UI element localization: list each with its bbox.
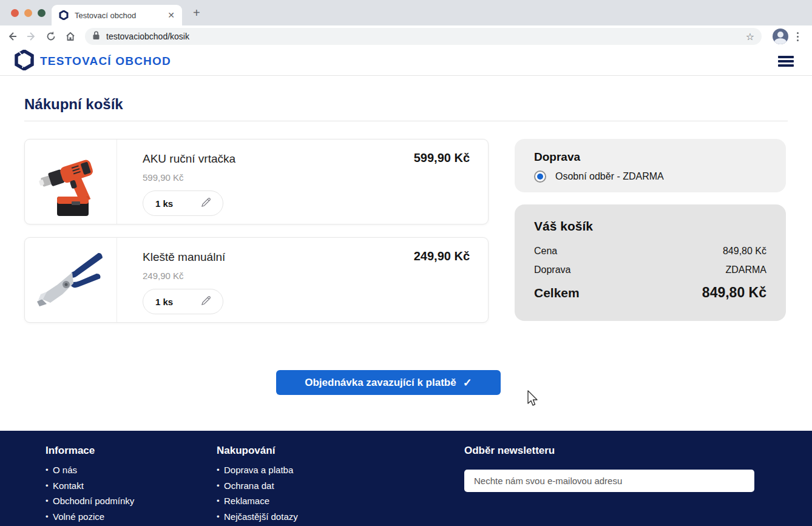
browser-tab[interactable]: Testovací obchod ✕ xyxy=(52,5,182,25)
newsletter-email-input[interactable] xyxy=(464,470,754,492)
close-tab-icon[interactable]: ✕ xyxy=(167,10,175,20)
shipping-option[interactable]: Osobní odběr - ZDARMA xyxy=(534,170,766,183)
summary-title: Váš košík xyxy=(534,219,766,234)
footer-link[interactable]: Reklamace xyxy=(217,493,344,509)
site-favicon-icon xyxy=(59,10,69,20)
mouse-cursor xyxy=(527,390,540,411)
home-icon[interactable] xyxy=(61,27,80,46)
quantity-editor[interactable]: 1 ks xyxy=(143,191,223,216)
back-icon[interactable] xyxy=(2,27,22,46)
order-button-label: Objednávka zavazující k platbě xyxy=(305,377,456,389)
site-header: TESTOVACÍ OBCHOD xyxy=(0,47,812,76)
footer-link[interactable]: O nás xyxy=(46,462,217,478)
shipping-box: Doprava Osobní odběr - ZDARMA xyxy=(515,139,786,192)
drill-product-image xyxy=(25,140,117,224)
minimize-window-button[interactable] xyxy=(24,9,32,17)
reload-icon[interactable] xyxy=(41,27,61,46)
summary-row-shipping: Doprava ZDARMA xyxy=(534,265,766,275)
bookmark-star-icon[interactable]: ☆ xyxy=(746,31,754,42)
summary-value: 849,80 Kč xyxy=(723,246,766,257)
radio-selected-icon[interactable] xyxy=(534,170,546,183)
summary-label: Doprava xyxy=(534,265,570,275)
menu-hamburger-icon[interactable] xyxy=(778,56,797,67)
window-controls[interactable] xyxy=(11,9,46,17)
pliers-product-image xyxy=(25,238,117,322)
footer-link[interactable]: Nejčastější dotazy xyxy=(217,509,344,525)
footer-newsletter: Odběr newsletteru xyxy=(464,445,754,526)
page: Testovací obchod ✕ + testovaciobchod/kos… xyxy=(0,0,812,526)
item-unit-price: 249,90 Kč xyxy=(143,271,470,281)
order-submit-button[interactable]: Objednávka zavazující k platbě ✓ xyxy=(276,370,501,395)
newsletter-title: Odběr newsletteru xyxy=(464,445,754,457)
item-unit-price: 599,90 Kč xyxy=(143,172,470,183)
quantity-value: 1 ks xyxy=(155,198,173,209)
page-title: Nákupní košík xyxy=(24,76,788,113)
shipping-option-label[interactable]: Osobní odběr - ZDARMA xyxy=(555,171,664,182)
item-total-price: 599,90 Kč xyxy=(414,151,470,165)
new-tab-button[interactable]: + xyxy=(193,6,200,20)
footer-link[interactable]: Obchodní podmínky xyxy=(46,493,217,509)
quantity-value: 1 ks xyxy=(155,297,173,307)
browser-toolbar: testovaciobchod/kosik ☆ xyxy=(0,25,812,47)
shipping-title: Doprava xyxy=(534,150,766,164)
check-icon: ✓ xyxy=(463,376,472,389)
cart-item-pliers: Kleště manuální 249,90 Kč 1 ks 249,90 Kč xyxy=(24,237,489,323)
site-footer: Informace O nás Kontakt Obchodní podmínk… xyxy=(0,431,812,526)
maximize-window-button[interactable] xyxy=(38,9,46,17)
cart-items-list: AKU ruční vrtačka 599,90 Kč 1 ks 599,90 … xyxy=(24,139,489,335)
browser-tabstrip: Testovací obchod ✕ + xyxy=(0,0,812,25)
footer-column-title: Nakupování xyxy=(217,445,344,457)
tab-title: Testovací obchod xyxy=(75,11,167,20)
url-bar[interactable]: testovaciobchod/kosik ☆ xyxy=(85,28,762,45)
cart-item-drill: AKU ruční vrtačka 599,90 Kč 1 ks 599,90 … xyxy=(24,139,489,224)
browser-menu-icon[interactable] xyxy=(797,32,799,41)
footer-link[interactable]: Kontakt xyxy=(46,478,217,494)
summary-row-total: Celkem 849,80 Kč xyxy=(534,285,766,301)
footer-link[interactable]: Ochrana dat xyxy=(217,478,344,494)
cart-sidebar: Doprava Osobní odběr - ZDARMA Váš košík … xyxy=(515,139,786,335)
main-content: Nákupní košík xyxy=(0,76,812,431)
profile-avatar[interactable] xyxy=(773,29,788,44)
lock-icon xyxy=(92,31,100,42)
summary-value: ZDARMA xyxy=(725,265,766,275)
total-value: 849,80 Kč xyxy=(702,285,766,301)
footer-column-informace: Informace O nás Kontakt Obchodní podmínk… xyxy=(46,445,217,526)
summary-label: Cena xyxy=(534,246,557,257)
url-text[interactable]: testovaciobchod/kosik xyxy=(106,32,746,41)
close-window-button[interactable] xyxy=(11,9,19,17)
forward-icon[interactable] xyxy=(22,27,41,46)
footer-column-title: Informace xyxy=(46,445,217,457)
quantity-editor[interactable]: 1 ks xyxy=(143,289,223,314)
brand-name[interactable]: TESTOVACÍ OBCHOD xyxy=(40,55,171,68)
summary-row-price: Cena 849,80 Kč xyxy=(534,246,766,257)
footer-link[interactable]: Doprava a platba xyxy=(217,462,344,478)
cart-summary-box: Váš košík Cena 849,80 Kč Doprava ZDARMA … xyxy=(515,204,786,321)
brand-logo[interactable]: TESTOVACÍ OBCHOD xyxy=(15,50,171,73)
edit-pencil-icon[interactable] xyxy=(200,295,212,309)
title-divider xyxy=(24,121,788,121)
item-total-price: 249,90 Kč xyxy=(414,249,470,263)
brand-hexagon-icon xyxy=(15,50,34,73)
footer-column-nakupovani: Nakupování Doprava a platba Ochrana dat … xyxy=(217,445,344,526)
edit-pencil-icon[interactable] xyxy=(200,197,212,211)
total-label: Celkem xyxy=(534,286,580,300)
footer-link[interactable]: Volné pozice xyxy=(46,509,217,525)
